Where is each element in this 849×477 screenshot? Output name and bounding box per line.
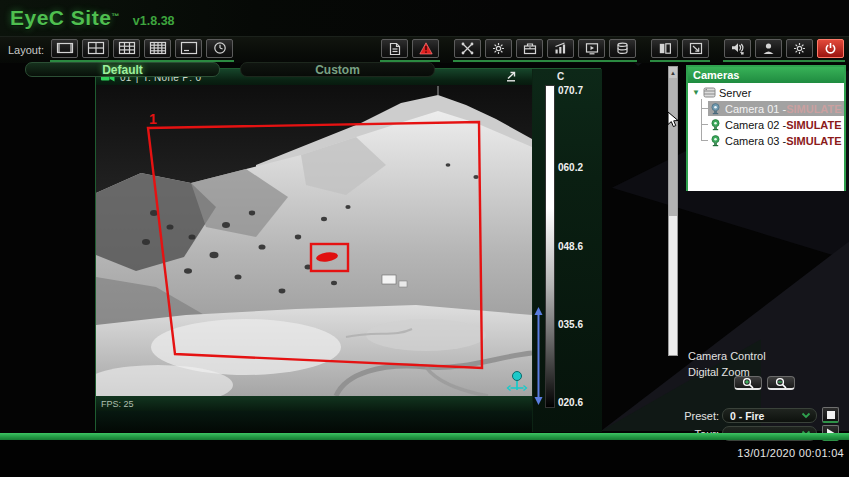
tree-connector [701, 124, 708, 125]
main-toolbar: Layout: [0, 36, 849, 63]
bg-facet [601, 225, 849, 431]
volume-icon [731, 42, 745, 55]
layout-single-icon [56, 41, 74, 55]
preset-dropdown[interactable]: 0 - Fire [722, 408, 817, 423]
user-icon [762, 42, 775, 55]
camera-name: Camera 02 - [725, 119, 786, 131]
power-icon [824, 42, 837, 55]
settings-button[interactable] [786, 39, 813, 58]
layout-single-dash-button[interactable] [175, 39, 202, 58]
server-label: Server [719, 87, 751, 99]
tree-connector [701, 108, 708, 109]
archive-icon [523, 42, 537, 55]
tree-expand-icon[interactable]: ▼ [692, 88, 700, 97]
expand-video-button[interactable] [505, 71, 518, 84]
tree-node-server[interactable]: ▼ Server [688, 85, 844, 100]
camera-icon [710, 135, 721, 147]
layout-2x2-icon [87, 41, 105, 55]
tree-connector [701, 99, 702, 140]
tab-default[interactable]: Default [25, 62, 220, 77]
stop-icon [827, 411, 835, 419]
app-version: v1.8.38 [133, 14, 175, 28]
camera-control-label: Camera Control [688, 350, 766, 362]
cameras-panel-header: Cameras [688, 67, 844, 83]
thermal-video-feed[interactable]: 1 [96, 85, 532, 396]
layout-sequence-clock-icon [211, 41, 229, 55]
camera-icon [710, 119, 721, 131]
services-gear-icon [492, 42, 505, 55]
app-header: EyeC Site™ v1.8.38 [0, 0, 849, 36]
tools-button[interactable] [454, 39, 481, 58]
zoom-out-icon [774, 377, 789, 389]
tree-node-camera-02[interactable]: Camera 02 - SIMULATE [708, 117, 844, 132]
server-icon [703, 87, 716, 98]
resize-view-button[interactable] [682, 39, 709, 58]
preset-label: Preset: [678, 410, 719, 422]
report-icon [388, 42, 402, 56]
camera-status: SIMULATE [786, 135, 841, 147]
temp-tick: 048.6 [558, 241, 600, 252]
detection-zone-label: 1 [149, 111, 157, 127]
archive-button[interactable] [516, 39, 543, 58]
camera-status: SIMULATE [786, 103, 841, 115]
cameras-panel: Cameras ▼ Server Camera [686, 65, 846, 191]
layout-3x3-button[interactable] [113, 39, 140, 58]
temperature-range-slider[interactable] [534, 307, 543, 405]
app-logo: EyeC Site™ v1.8.38 [10, 6, 175, 30]
layout-single-button[interactable] [51, 39, 78, 58]
preset-stop-button[interactable] [822, 407, 839, 423]
camera-icon [710, 103, 721, 115]
layout-4x4-button[interactable] [144, 39, 171, 58]
zoom-out-button[interactable] [767, 376, 795, 390]
layout-2x2-button[interactable] [82, 39, 109, 58]
layout-button-group [50, 39, 234, 62]
temp-tick: 070.7 [558, 85, 600, 96]
layout-sequence-button[interactable] [206, 39, 233, 58]
database-icon [616, 42, 629, 55]
camera-tree: ▼ Server Camera 01 - SIMULATE [688, 83, 844, 191]
temperature-gradient-bar[interactable] [545, 85, 555, 408]
database-button[interactable] [609, 39, 636, 58]
bottom-splitter-bar[interactable] [0, 433, 849, 440]
tree-node-camera-01[interactable]: Camera 01 - SIMULATE [708, 101, 844, 116]
video-footer-filler [96, 411, 532, 432]
power-button[interactable] [817, 39, 844, 58]
temperature-unit-label: C [557, 71, 564, 82]
tree-node-camera-03[interactable]: Camera 03 - SIMULATE [708, 133, 844, 148]
tree-connector [701, 140, 708, 141]
scrollbar-up-arrow[interactable]: ▲ [669, 67, 677, 78]
trademark-mark: ™ [111, 12, 119, 21]
tab-custom[interactable]: Custom [240, 62, 435, 77]
cameras-panel-title: Cameras [693, 69, 739, 81]
services-button[interactable] [485, 39, 512, 58]
volume-button[interactable] [724, 39, 751, 58]
display-button[interactable] [578, 39, 605, 58]
temperature-scale-panel: C 070.7 060.2 048.6 035.6 020.6 [532, 69, 602, 432]
display-icon [585, 42, 599, 55]
alarm-icon [419, 42, 433, 55]
scrollbar-thumb[interactable] [669, 78, 677, 216]
tab-custom-label: Custom [315, 63, 360, 77]
workspace-scrollbar[interactable]: ▲ [668, 66, 678, 356]
split-view-button[interactable] [651, 39, 678, 58]
layout-single-dash-icon [180, 41, 198, 55]
chevron-down-icon [801, 412, 811, 419]
user-button[interactable] [755, 39, 782, 58]
zoom-in-icon [741, 377, 756, 389]
report-button[interactable] [381, 39, 408, 58]
eyec-site-window: EyeC Site™ v1.8.38 Layout: [0, 0, 849, 477]
datetime-display: 13/01/2020 00:01:04 [737, 447, 844, 459]
statistics-button[interactable] [547, 39, 574, 58]
temp-tick: 035.6 [558, 319, 600, 330]
status-bar: 13/01/2020 00:01:04 [0, 440, 849, 477]
alarm-button[interactable] [412, 39, 439, 58]
building [382, 275, 396, 284]
tab-default-label: Default [102, 63, 143, 77]
tools-icon [461, 42, 474, 55]
toolbar-right [367, 39, 845, 62]
temp-tick: 020.6 [558, 397, 600, 408]
zoom-in-button[interactable] [734, 376, 762, 390]
tools-button-group [453, 39, 637, 62]
layout-3x3-icon [118, 41, 136, 55]
layout-4x4-icon [149, 41, 167, 55]
